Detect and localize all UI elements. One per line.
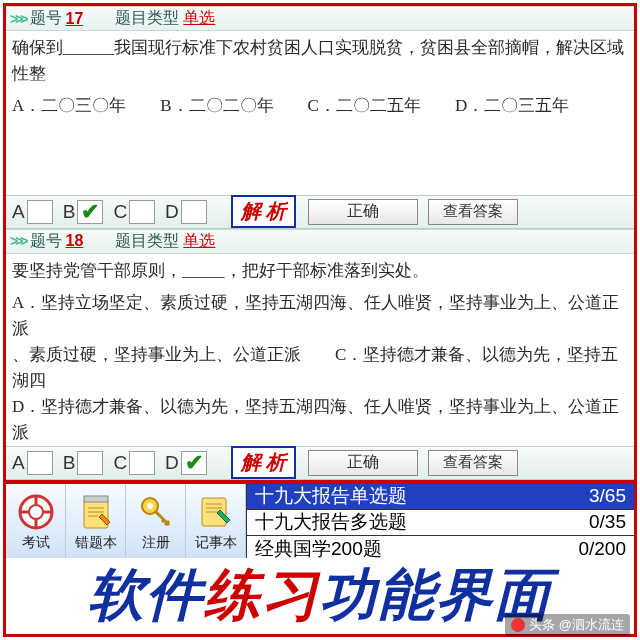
correct-button[interactable]: 正确 — [308, 450, 418, 476]
checkbox-a[interactable] — [27, 200, 53, 224]
svg-rect-2 — [84, 500, 108, 528]
note-pen-icon — [196, 492, 236, 532]
option-b[interactable]: B — [63, 200, 104, 224]
progress-value: 3/65 — [589, 485, 626, 507]
question-body-17: 确保到______我国现行标准下农村贫困人口实现脱贫，贫困县全部摘帽，解决区域性… — [6, 31, 634, 194]
lifebuoy-icon — [16, 492, 56, 532]
notebook-button[interactable]: 记事本 — [186, 484, 246, 558]
app-frame: >>> 题号 17 题目类型 单选 确保到______我国现行标准下农村贫困人口… — [3, 3, 637, 637]
chevron-icon: >>> — [10, 11, 26, 27]
answer-bar-18: A B C D 解 析 正确 查看答案 — [6, 446, 634, 480]
notepad-icon — [76, 492, 116, 532]
checkbox-c[interactable] — [129, 200, 155, 224]
progress-row-multi[interactable]: 十九大报告多选题 0/35 — [247, 510, 634, 536]
show-answer-button[interactable]: 查看答案 — [428, 450, 518, 476]
banner-text: 软件练习功能界面 — [88, 558, 552, 634]
qnum-label: 题号 — [30, 8, 62, 29]
option-line-d: D．坚持德才兼备、以德为先，坚持五湖四海、任人唯贤，坚持事业为上、公道正派 — [12, 394, 628, 446]
question-stem: 要坚持党管干部原则，_____，把好干部标准落到实处。 — [12, 258, 628, 284]
toolbar: 考试 错题本 注册 记事本 十九大报告单选题 3/65 十九大报告多选题 0/3… — [6, 480, 634, 558]
correct-button[interactable]: 正确 — [308, 199, 418, 225]
svg-rect-3 — [84, 496, 108, 502]
option-c[interactable]: C — [113, 451, 155, 475]
question-stem: 确保到______我国现行标准下农村贫困人口实现脱贫，贫困县全部摘帽，解决区域性… — [12, 35, 628, 87]
checkbox-a[interactable] — [27, 451, 53, 475]
progress-name: 十九大报告多选题 — [255, 509, 407, 535]
checkbox-b[interactable] — [77, 451, 103, 475]
key-icon — [136, 492, 176, 532]
progress-row-single[interactable]: 十九大报告单选题 3/65 — [247, 484, 634, 510]
svg-point-1 — [29, 505, 43, 519]
show-answer-button[interactable]: 查看答案 — [428, 199, 518, 225]
banner-part1: 软件 — [88, 564, 204, 626]
option-line-bc: 、素质过硬，坚持事业为上、公道正派 C．坚持德才兼备、以德为先，坚持五湖四 — [12, 342, 628, 394]
analysis-button[interactable]: 解 析 — [231, 195, 296, 228]
watermark-text: 头条 @泗水流连 — [529, 616, 624, 634]
analysis-button[interactable]: 解 析 — [231, 446, 296, 479]
option-line-a: A．坚持立场坚定、素质过硬，坚持五湖四海、任人唯贤，坚持事业为上、公道正派 — [12, 290, 628, 342]
qtype-label: 题目类型 — [115, 231, 179, 252]
qtype-value: 单选 — [183, 8, 215, 29]
qnum-label: 题号 — [30, 231, 62, 252]
chevron-icon: >>> — [10, 233, 26, 249]
checkbox-d[interactable] — [181, 200, 207, 224]
wrongbook-label: 错题本 — [75, 534, 117, 552]
answer-bar-17: A B C D 解 析 正确 查看答案 — [6, 195, 634, 229]
progress-name: 十九大报告单选题 — [255, 483, 407, 509]
register-button[interactable]: 注册 — [126, 484, 186, 558]
question-options: A．二〇三〇年 B．二〇二〇年 C．二〇二五年 D．二〇三五年 — [12, 93, 628, 119]
checkbox-c[interactable] — [129, 451, 155, 475]
question-body-18: 要坚持党管干部原则，_____，把好干部标准落到实处。 A．坚持立场坚定、素质过… — [6, 254, 634, 446]
option-a[interactable]: A — [12, 200, 53, 224]
svg-point-5 — [147, 503, 153, 509]
option-d[interactable]: D — [165, 200, 207, 224]
checkbox-d[interactable] — [181, 451, 207, 475]
option-a[interactable]: A — [12, 451, 53, 475]
progress-panel: 十九大报告单选题 3/65 十九大报告多选题 0/35 经典国学200题 0/2… — [246, 484, 634, 558]
wrongbook-button[interactable]: 错题本 — [66, 484, 126, 558]
progress-value: 0/200 — [578, 538, 626, 560]
option-c[interactable]: C — [113, 200, 155, 224]
notebook-label: 记事本 — [195, 534, 237, 552]
option-d[interactable]: D — [165, 451, 207, 475]
qnum-value: 17 — [66, 10, 84, 28]
question-header-18: >>> 题号 18 题目类型 单选 — [6, 229, 634, 254]
register-label: 注册 — [142, 534, 170, 552]
option-b[interactable]: B — [63, 451, 104, 475]
checkbox-b[interactable] — [77, 200, 103, 224]
watermark: 头条 @泗水流连 — [505, 614, 630, 636]
question-header-17: >>> 题号 17 题目类型 单选 — [6, 6, 634, 31]
banner-part2: 练习 — [204, 564, 320, 626]
exam-label: 考试 — [22, 534, 50, 552]
qtype-value: 单选 — [183, 231, 215, 252]
qnum-value: 18 — [66, 232, 84, 250]
progress-value: 0/35 — [589, 511, 626, 533]
qtype-label: 题目类型 — [115, 8, 179, 29]
exam-button[interactable]: 考试 — [6, 484, 66, 558]
